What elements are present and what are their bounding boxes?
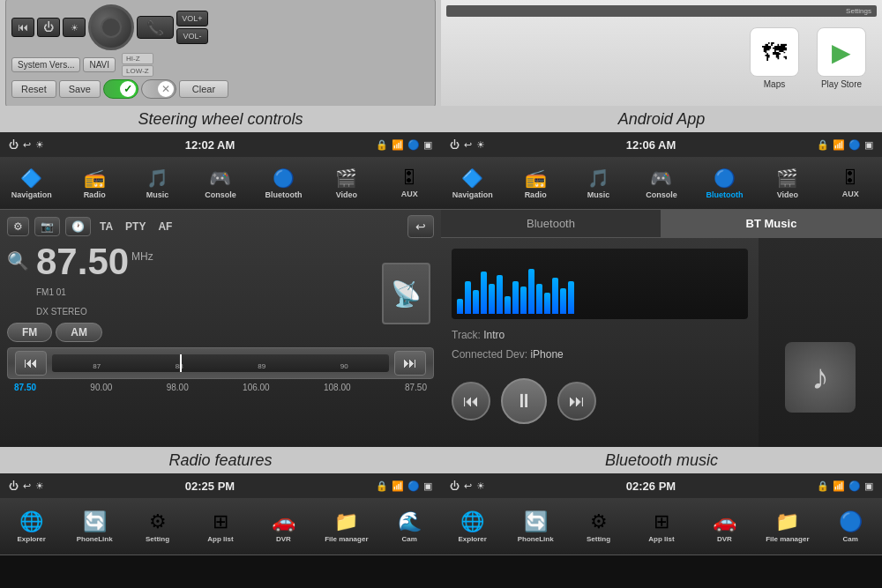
bt-nav-video[interactable]: 🎬 Video: [756, 167, 818, 199]
preset-2[interactable]: 90.00: [90, 383, 112, 392]
br-explorer[interactable]: 🌐 Explorer: [441, 510, 504, 543]
preset-3[interactable]: 98.00: [167, 383, 189, 392]
radio-back-btn[interactable]: ↩: [407, 215, 434, 238]
bl-phonelink[interactable]: 🔄 PhoneLink: [63, 510, 125, 543]
bl-applist-icon: ⊞: [213, 510, 228, 533]
nav-aux[interactable]: 🎛 AUX: [378, 167, 441, 198]
bt-visualizer: [452, 249, 748, 319]
brightness-btn[interactable]: ☀: [63, 18, 86, 37]
bottom-left-panel: ⏻ ↩ ☀ 02:25 PM 🔒 📶 🔵 ▣ 🌐 Explorer 🔄 Phon…: [0, 473, 441, 588]
bt-nav-console[interactable]: 🎮 Console: [630, 167, 692, 199]
bl-explorer-label: Explorer: [17, 535, 45, 543]
power-btn[interactable]: ⏻: [37, 18, 60, 37]
br-dvr[interactable]: 🚗 DVR: [693, 510, 756, 543]
bt-nav-radio[interactable]: 📻 Radio: [504, 167, 566, 199]
freq-search-icon[interactable]: 🔍: [7, 250, 29, 272]
bt-nav-music[interactable]: 🎵 Music: [567, 167, 630, 199]
bl-filemanager[interactable]: 📁 File manager: [315, 510, 377, 543]
br-filemanager[interactable]: 📁 File manager: [756, 510, 818, 543]
phone-btn[interactable]: 📞: [137, 16, 174, 39]
br-dvr-icon: 🚗: [713, 510, 736, 533]
nav-video[interactable]: 🎬 Video: [315, 167, 377, 199]
br-applist[interactable]: ⊞ App list: [630, 510, 692, 543]
bt-tab-music[interactable]: BT Music: [662, 210, 882, 237]
pty-btn[interactable]: PTY: [122, 219, 149, 234]
bt-bar-5: [489, 284, 495, 314]
bt-nav-bluetooth[interactable]: 🔵 Bluetooth: [693, 167, 756, 199]
bt-play-btn[interactable]: ⏸: [501, 378, 547, 424]
radio-settings-btn[interactable]: 📷: [34, 217, 60, 236]
nav-radio-label: Radio: [84, 190, 106, 199]
bl-explorer[interactable]: 🌐 Explorer: [0, 510, 63, 543]
nav-navigation[interactable]: 🔷 Navigation: [0, 167, 63, 199]
music-icon: 🎵: [146, 167, 168, 189]
bluetooth-panel: ⏻ ↩ ☀ 12:06 AM 🔒 📶 🔵 ▣ 🔷 Navigation 📻 Ra…: [441, 132, 882, 447]
bt-bar-9: [520, 287, 527, 314]
bl-explorer-icon: 🌐: [19, 510, 43, 533]
reset-btn[interactable]: Reset: [11, 80, 56, 98]
tuner-prev-btn[interactable]: ⏮: [15, 351, 47, 376]
save-btn[interactable]: Save: [59, 80, 101, 98]
radio-eq-btn[interactable]: ⚙: [7, 217, 29, 236]
tuner-tick-89: 89: [258, 362, 265, 370]
bl-cam[interactable]: 🌊 Cam: [378, 510, 441, 543]
bt-bar-2: [465, 281, 471, 314]
bt-bar-14: [560, 288, 566, 314]
preset-6[interactable]: 87.50: [405, 383, 427, 392]
br-status-left: ⏻ ↩ ☀: [450, 480, 485, 492]
toggle-on-switch[interactable]: ✓: [103, 79, 138, 99]
bluetooth-status-icon: 🔵: [407, 139, 420, 151]
bt-sun-icon: ☀: [476, 139, 485, 151]
ta-btn[interactable]: TA: [96, 219, 116, 234]
toggle-off-knob: ✕: [158, 81, 174, 97]
br-filemanager-label: File manager: [766, 535, 809, 543]
radio-clock-btn[interactable]: 🕐: [65, 217, 91, 236]
bt-lock-icon: 🔒: [817, 139, 829, 151]
nav-radio[interactable]: 📻 Radio: [63, 167, 125, 199]
preset-5[interactable]: 108.00: [324, 383, 351, 392]
am-btn[interactable]: AM: [56, 323, 102, 342]
toggle-off-switch[interactable]: ✕: [141, 79, 176, 99]
bt-tab-bluetooth[interactable]: Bluetooth: [441, 210, 662, 237]
bt-track-value: Intro: [483, 329, 505, 341]
fm-btn[interactable]: FM: [7, 323, 52, 342]
br-phonelink[interactable]: 🔄 PhoneLink: [504, 510, 566, 543]
preset-1[interactable]: 87.50: [14, 383, 36, 392]
prev-prev-btn[interactable]: ⏮: [11, 18, 34, 37]
nav-console[interactable]: 🎮 Console: [189, 167, 251, 199]
bt-album-art: ♪: [759, 238, 882, 447]
bl-applist[interactable]: ⊞ App list: [189, 510, 251, 543]
bl-dvr[interactable]: 🚗 DVR: [252, 510, 315, 543]
bl-cam-icon: 🌊: [398, 510, 422, 533]
bt-next-btn[interactable]: ⏭: [557, 382, 596, 421]
bt-nav-aux[interactable]: 🎛 AUX: [819, 167, 882, 198]
tuner-marker: [180, 354, 182, 372]
preset-4[interactable]: 106.00: [243, 383, 270, 392]
bt-prev-btn[interactable]: ⏮: [452, 382, 490, 421]
br-setting[interactable]: ⚙ Setting: [567, 510, 630, 543]
bt-nav-navigation[interactable]: 🔷 Navigation: [441, 167, 504, 199]
vol-down-btn[interactable]: VOL-: [176, 28, 208, 44]
maps-app-icon[interactable]: 🗺 Maps: [750, 27, 799, 89]
freq-presets: 87.50 90.00 98.00 106.00 108.00 87.50: [7, 383, 434, 392]
radio-nav-bar: 🔷 Navigation 📻 Radio 🎵 Music 🎮 Console 🔵…: [0, 157, 441, 210]
clear-btn[interactable]: Clear: [179, 80, 228, 98]
vol-up-btn[interactable]: VOL+: [176, 11, 208, 26]
br-cam[interactable]: 🔵 Cam: [819, 510, 882, 543]
maps-icon-img: 🗺: [750, 27, 799, 77]
playstore-app-icon[interactable]: ▶ Play Store: [817, 27, 866, 89]
navi-btn[interactable]: NAVI: [83, 57, 116, 72]
nav-bluetooth[interactable]: 🔵 Bluetooth: [252, 167, 315, 199]
br-setting-icon: ⚙: [590, 510, 608, 533]
bt-bar-15: [568, 281, 574, 314]
af-btn[interactable]: AF: [154, 219, 176, 234]
system-vers-btn[interactable]: System Vers...: [11, 57, 80, 72]
nav-console-label: Console: [205, 190, 236, 199]
bl-setting[interactable]: ⚙ Setting: [126, 510, 189, 543]
br-applist-label: App list: [648, 535, 674, 543]
bt-connected-row: Connected Dev: iPhone: [452, 346, 748, 365]
hi-z-label: HI-Z: [122, 53, 153, 64]
tuner-next-btn[interactable]: ⏭: [394, 351, 426, 376]
bt-time: 12:06 AM: [626, 138, 676, 152]
nav-music[interactable]: 🎵 Music: [126, 167, 189, 199]
